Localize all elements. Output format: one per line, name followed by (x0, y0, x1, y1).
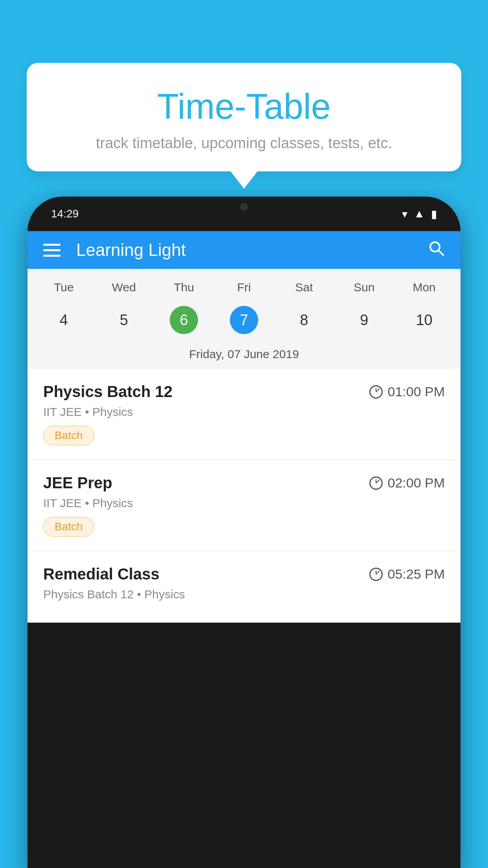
date-7-selected[interactable]: 7 (214, 302, 274, 338)
status-time: 14:29 (51, 208, 79, 220)
date-5[interactable]: 5 (94, 302, 154, 338)
day-mon: Mon (394, 277, 454, 298)
schedule-subtitle-1: IIT JEE • Physics (43, 405, 445, 419)
batch-badge-1: Batch (43, 426, 94, 445)
status-bar: 14:29 ▾ ▲ ▮ (28, 197, 460, 231)
schedule-item-2[interactable]: JEE Prep 02:00 PM IIT JEE • Physics Batc… (28, 460, 460, 551)
tooltip-subtitle: track timetable, upcoming classes, tests… (50, 135, 438, 152)
clock-icon-2 (369, 476, 383, 490)
schedule-item-3[interactable]: Remedial Class 05:25 PM Physics Batch 12… (28, 551, 460, 623)
date-9[interactable]: 9 (334, 302, 394, 338)
battery-icon: ▮ (431, 208, 437, 221)
signal-icon: ▲ (414, 208, 425, 220)
date-4[interactable]: 4 (34, 302, 94, 338)
clock-icon-3 (369, 568, 383, 581)
schedule-time-1: 01:00 PM (369, 384, 445, 399)
schedule-time-3: 05:25 PM (369, 566, 445, 582)
schedule-title-2: JEE Prep (43, 474, 112, 492)
svg-line-1 (438, 250, 443, 255)
day-wed: Wed (94, 277, 154, 298)
search-button[interactable] (427, 239, 445, 261)
clock-icon-1 (369, 385, 383, 399)
schedule-subtitle-2: IIT JEE • Physics (43, 497, 445, 510)
date-8[interactable]: 8 (274, 302, 334, 338)
calendar-section: Tue Wed Thu Fri Sat Sun Mon 4 5 6 7 8 9 … (28, 269, 460, 369)
schedule-time-2: 02:00 PM (369, 475, 445, 491)
date-6-today[interactable]: 6 (154, 302, 214, 338)
front-camera (240, 203, 248, 211)
batch-badge-2: Batch (43, 517, 94, 537)
date-10[interactable]: 10 (394, 302, 454, 338)
schedule-title-1: Physics Batch 12 (43, 383, 172, 401)
tooltip-title: Time-Table (50, 86, 438, 127)
day-sat: Sat (274, 277, 334, 298)
schedule-title-3: Remedial Class (43, 565, 160, 583)
schedule-subtitle-3: Physics Batch 12 • Physics (43, 588, 445, 601)
schedule-item-1[interactable]: Physics Batch 12 01:00 PM IIT JEE • Phys… (28, 369, 460, 460)
day-sun: Sun (334, 277, 394, 298)
day-fri: Fri (214, 277, 274, 298)
app-title: Learning Light (76, 240, 427, 260)
hamburger-menu-button[interactable] (43, 244, 61, 257)
selected-date-label: Friday, 07 June 2019 (28, 342, 460, 369)
notch (213, 197, 275, 217)
calendar-dates: 4 5 6 7 8 9 10 (28, 302, 460, 342)
phone-frame: 14:29 ▾ ▲ ▮ Learning Light Tue Wed (28, 197, 460, 868)
day-thu: Thu (154, 277, 214, 298)
status-icons: ▾ ▲ ▮ (402, 208, 437, 221)
schedule-list: Physics Batch 12 01:00 PM IIT JEE • Phys… (28, 369, 460, 623)
wifi-icon: ▾ (402, 208, 407, 221)
tooltip-card: Time-Table track timetable, upcoming cla… (27, 63, 461, 171)
day-tue: Tue (34, 277, 94, 298)
app-header: Learning Light (28, 231, 460, 269)
calendar-days-header: Tue Wed Thu Fri Sat Sun Mon (28, 269, 460, 302)
